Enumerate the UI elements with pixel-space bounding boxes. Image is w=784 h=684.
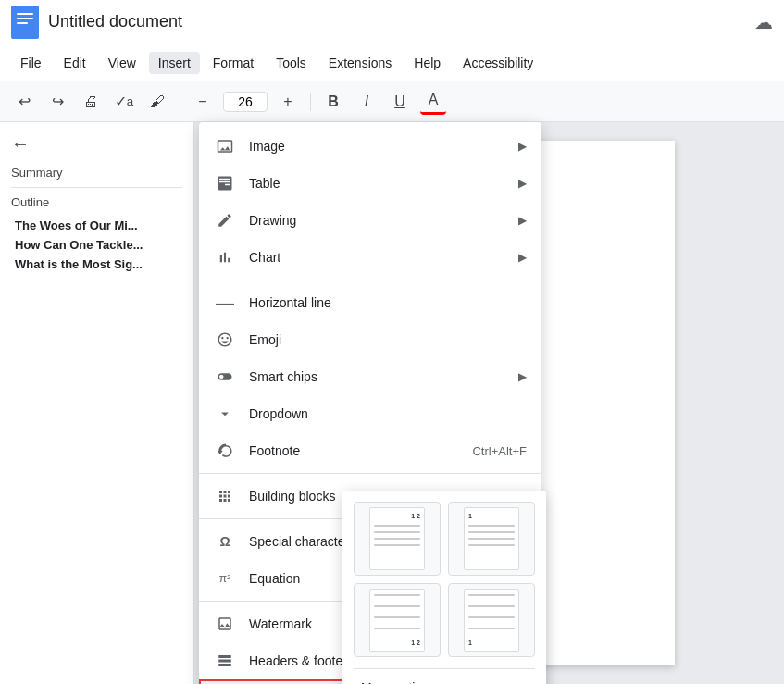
menu-item-drawing[interactable]: Drawing ▶: [199, 202, 541, 239]
sidebar-summary-label: Summary: [11, 166, 182, 180]
image-icon: [214, 135, 236, 157]
hline-icon: —: [214, 292, 236, 314]
footnote-label: Footnote: [249, 443, 454, 458]
svg-rect-2: [17, 18, 33, 19]
chart-arrow: ▶: [518, 251, 527, 264]
page-num-option-bottom-left[interactable]: 1: [448, 583, 535, 657]
chart-label: Chart: [249, 250, 511, 265]
page-num-preview-tr: 1 2: [369, 507, 425, 570]
menu-bar: File Edit View Insert Format Tools Exten…: [0, 44, 784, 81]
toolbar-divider-1: [180, 93, 180, 111]
font-size-input[interactable]: 26: [223, 92, 268, 112]
menu-item-emoji[interactable]: Emoji: [199, 321, 541, 358]
smartchips-icon: [214, 366, 236, 388]
dropdown-divider-1: [199, 280, 541, 280]
menu-item-chart[interactable]: Chart ▶: [199, 239, 541, 276]
font-size-minus[interactable]: −: [190, 89, 216, 115]
menu-format[interactable]: Format: [204, 52, 263, 74]
undo-button[interactable]: ↩: [11, 89, 37, 115]
dropdown-label: Dropdown: [249, 406, 527, 421]
chart-icon: [214, 246, 236, 268]
underline-button[interactable]: U: [387, 89, 413, 115]
print-button[interactable]: 🖨: [78, 89, 104, 115]
title-bar: Untitled document ☁: [0, 0, 784, 44]
submenu-divider-1: [354, 668, 535, 669]
font-size-plus[interactable]: +: [275, 89, 301, 115]
page-num-preview-bl: 1: [464, 589, 519, 652]
menu-insert[interactable]: Insert: [149, 52, 200, 74]
page-numbers-submenu: 1 2 1: [342, 491, 546, 684]
document-title: Untitled document: [48, 12, 754, 31]
italic-button[interactable]: I: [354, 89, 380, 115]
doc-icon: [11, 6, 39, 39]
page-num-option-top-left[interactable]: 1: [448, 502, 535, 576]
sidebar-back-button[interactable]: ←: [11, 133, 182, 155]
svg-rect-3: [17, 22, 28, 24]
table-label: Table: [249, 176, 511, 191]
cloud-sync-icon: ☁: [754, 11, 773, 33]
smartchips-arrow: ▶: [518, 370, 527, 383]
paint-format-button[interactable]: 🖌: [144, 89, 170, 115]
image-arrow: ▶: [518, 140, 527, 153]
drawing-arrow: ▶: [518, 214, 527, 227]
menu-view[interactable]: View: [99, 52, 145, 74]
more-options-button[interactable]: More options: [354, 673, 535, 684]
sidebar-divider: [11, 187, 182, 188]
page-number-options-grid: 1 2 1: [354, 502, 535, 657]
menu-extensions[interactable]: Extensions: [319, 52, 401, 74]
menu-item-table[interactable]: Table ▶: [199, 165, 541, 202]
menu-tools[interactable]: Tools: [267, 52, 316, 74]
font-color-button[interactable]: A: [420, 89, 446, 115]
sidebar-outline-item[interactable]: The Woes of Our Mi...: [11, 218, 182, 232]
hline-label: Horizontal line: [249, 295, 527, 310]
page-num-preview-br: 1 2: [369, 589, 425, 652]
toolbar: ↩ ↪ 🖨 ✓a 🖌 − 26 + B I U A: [0, 81, 784, 122]
drawing-icon: [214, 209, 236, 231]
menu-item-footnote[interactable]: Footnote Ctrl+Alt+F: [199, 432, 541, 469]
specialchars-icon: Ω: [214, 530, 236, 553]
footnote-icon: [214, 440, 236, 462]
emoji-label: Emoji: [249, 332, 527, 347]
buildingblocks-icon: [214, 485, 236, 507]
menu-file[interactable]: File: [11, 52, 51, 74]
menu-item-image[interactable]: Image ▶: [199, 128, 541, 165]
page-num-option-bottom-right[interactable]: 1 2: [354, 583, 441, 657]
footnote-shortcut: Ctrl+Alt+F: [472, 444, 527, 458]
menu-accessibility[interactable]: Accessibility: [454, 52, 542, 74]
sidebar: ← Summary Outline The Woes of Our Mi... …: [0, 122, 194, 684]
emoji-icon: [214, 329, 236, 351]
toolbar-divider-2: [310, 93, 311, 111]
menu-item-dropdown[interactable]: Dropdown: [199, 395, 541, 432]
headersfooters-icon: [214, 650, 236, 672]
page-num-option-top-right[interactable]: 1 2: [354, 502, 441, 576]
menu-item-smartchips[interactable]: Smart chips ▶: [199, 358, 541, 395]
page-num-preview-tl: 1: [464, 507, 519, 570]
bold-button[interactable]: B: [320, 89, 346, 115]
equation-icon: π²: [214, 567, 236, 590]
table-arrow: ▶: [518, 177, 527, 190]
sidebar-outline-label: Outline: [11, 195, 182, 209]
svg-rect-1: [17, 13, 33, 15]
dropdown-icon: [214, 403, 236, 425]
image-label: Image: [249, 139, 511, 154]
menu-edit[interactable]: Edit: [55, 52, 95, 74]
dropdown-divider-2: [199, 473, 541, 474]
table-icon: [214, 172, 236, 194]
redo-button[interactable]: ↪: [44, 89, 70, 115]
sidebar-outline-item[interactable]: How Can One Tackle...: [11, 238, 182, 252]
sidebar-outline-item[interactable]: What is the Most Sig...: [11, 257, 182, 271]
drawing-label: Drawing: [249, 213, 511, 228]
spellcheck-button[interactable]: ✓a: [111, 89, 137, 115]
watermark-icon: [214, 613, 236, 635]
menu-help[interactable]: Help: [404, 52, 450, 74]
menu-item-hline[interactable]: — Horizontal line: [199, 284, 541, 321]
smartchips-label: Smart chips: [249, 369, 511, 384]
